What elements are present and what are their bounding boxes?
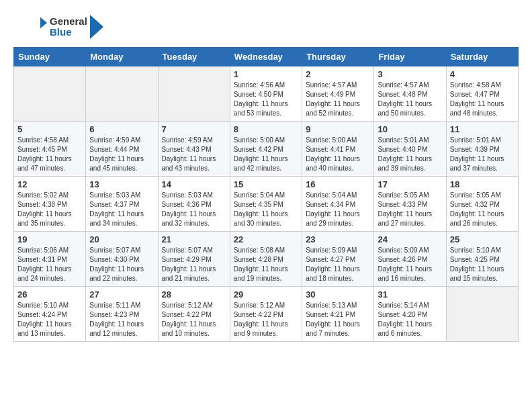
day-info: Sunrise: 5:01 AM Sunset: 4:40 PM Dayligh… bbox=[378, 136, 442, 173]
calendar-cell: 31Sunrise: 5:14 AM Sunset: 4:20 PM Dayli… bbox=[374, 287, 446, 342]
calendar-cell bbox=[158, 66, 230, 122]
calendar-cell: 16Sunrise: 5:04 AM Sunset: 4:34 PM Dayli… bbox=[302, 177, 374, 232]
calendar-cell: 13Sunrise: 5:03 AM Sunset: 4:37 PM Dayli… bbox=[86, 177, 158, 232]
calendar-cell: 29Sunrise: 5:12 AM Sunset: 4:22 PM Dayli… bbox=[230, 287, 302, 342]
day-info: Sunrise: 5:10 AM Sunset: 4:25 PM Dayligh… bbox=[450, 246, 515, 283]
logo-arrow-icon bbox=[90, 15, 103, 39]
day-info: Sunrise: 5:12 AM Sunset: 4:22 PM Dayligh… bbox=[234, 301, 298, 338]
day-info: Sunrise: 4:59 AM Sunset: 4:43 PM Dayligh… bbox=[162, 136, 226, 173]
day-info: Sunrise: 5:10 AM Sunset: 4:24 PM Dayligh… bbox=[17, 301, 82, 338]
day-info: Sunrise: 5:06 AM Sunset: 4:31 PM Dayligh… bbox=[17, 246, 82, 283]
day-info: Sunrise: 4:57 AM Sunset: 4:48 PM Dayligh… bbox=[378, 81, 442, 118]
svg-rect-1 bbox=[13, 13, 40, 40]
day-number: 31 bbox=[378, 289, 442, 300]
day-number: 17 bbox=[378, 179, 442, 189]
day-info: Sunrise: 5:12 AM Sunset: 4:22 PM Dayligh… bbox=[162, 301, 226, 338]
svg-marker-2 bbox=[90, 15, 103, 39]
logo-text: GeneralBlue bbox=[50, 16, 87, 38]
day-info: Sunrise: 5:05 AM Sunset: 4:33 PM Dayligh… bbox=[378, 191, 442, 228]
calendar-cell: 11Sunrise: 5:01 AM Sunset: 4:39 PM Dayli… bbox=[446, 122, 518, 177]
day-number: 14 bbox=[162, 179, 226, 189]
logo-general-text: General bbox=[50, 16, 87, 28]
day-info: Sunrise: 5:04 AM Sunset: 4:35 PM Dayligh… bbox=[234, 191, 298, 228]
calendar-week-row: 1Sunrise: 4:56 AM Sunset: 4:50 PM Daylig… bbox=[14, 66, 519, 122]
calendar-cell: 18Sunrise: 5:05 AM Sunset: 4:32 PM Dayli… bbox=[446, 177, 518, 232]
calendar-cell: 12Sunrise: 5:02 AM Sunset: 4:38 PM Dayli… bbox=[14, 177, 86, 232]
day-info: Sunrise: 5:04 AM Sunset: 4:34 PM Dayligh… bbox=[306, 191, 370, 228]
day-info: Sunrise: 4:57 AM Sunset: 4:49 PM Dayligh… bbox=[306, 81, 370, 118]
day-number: 12 bbox=[17, 179, 82, 189]
calendar-cell: 30Sunrise: 5:13 AM Sunset: 4:21 PM Dayli… bbox=[302, 287, 374, 342]
day-number: 1 bbox=[234, 69, 298, 79]
day-info: Sunrise: 4:58 AM Sunset: 4:47 PM Dayligh… bbox=[450, 81, 515, 118]
day-number: 22 bbox=[234, 234, 298, 244]
calendar-cell bbox=[86, 66, 158, 122]
page-header: GeneralBlue bbox=[13, 13, 519, 40]
calendar-cell: 7Sunrise: 4:59 AM Sunset: 4:43 PM Daylig… bbox=[158, 122, 230, 177]
calendar-cell: 28Sunrise: 5:12 AM Sunset: 4:22 PM Dayli… bbox=[158, 287, 230, 342]
day-info: Sunrise: 5:14 AM Sunset: 4:20 PM Dayligh… bbox=[378, 301, 442, 338]
calendar-week-row: 26Sunrise: 5:10 AM Sunset: 4:24 PM Dayli… bbox=[14, 287, 519, 342]
calendar-cell: 25Sunrise: 5:10 AM Sunset: 4:25 PM Dayli… bbox=[446, 232, 518, 287]
day-number: 11 bbox=[450, 124, 515, 134]
day-info: Sunrise: 5:01 AM Sunset: 4:39 PM Dayligh… bbox=[450, 136, 515, 173]
calendar-cell: 21Sunrise: 5:07 AM Sunset: 4:29 PM Dayli… bbox=[158, 232, 230, 287]
day-number: 18 bbox=[450, 179, 515, 189]
logo: GeneralBlue bbox=[13, 13, 103, 40]
day-number: 26 bbox=[17, 289, 82, 300]
day-number: 6 bbox=[89, 124, 154, 134]
calendar-week-row: 12Sunrise: 5:02 AM Sunset: 4:38 PM Dayli… bbox=[14, 177, 519, 232]
day-number: 7 bbox=[162, 124, 226, 134]
day-info: Sunrise: 5:07 AM Sunset: 4:30 PM Dayligh… bbox=[89, 246, 154, 283]
day-number: 24 bbox=[378, 234, 442, 244]
calendar-cell: 2Sunrise: 4:57 AM Sunset: 4:49 PM Daylig… bbox=[302, 66, 374, 122]
calendar-cell: 26Sunrise: 5:10 AM Sunset: 4:24 PM Dayli… bbox=[14, 287, 86, 342]
day-info: Sunrise: 5:08 AM Sunset: 4:28 PM Dayligh… bbox=[234, 246, 298, 283]
day-number: 30 bbox=[306, 289, 370, 300]
day-number: 2 bbox=[306, 69, 370, 79]
day-number: 4 bbox=[450, 69, 515, 79]
day-info: Sunrise: 5:09 AM Sunset: 4:27 PM Dayligh… bbox=[306, 246, 370, 283]
calendar-cell: 19Sunrise: 5:06 AM Sunset: 4:31 PM Dayli… bbox=[14, 232, 86, 287]
day-of-week-header: Tuesday bbox=[158, 48, 230, 66]
calendar-cell: 9Sunrise: 5:00 AM Sunset: 4:41 PM Daylig… bbox=[302, 122, 374, 177]
day-number: 19 bbox=[17, 234, 82, 244]
day-info: Sunrise: 5:07 AM Sunset: 4:29 PM Dayligh… bbox=[162, 246, 226, 283]
day-of-week-header: Friday bbox=[374, 48, 446, 66]
calendar-cell: 8Sunrise: 5:00 AM Sunset: 4:42 PM Daylig… bbox=[230, 122, 302, 177]
day-number: 9 bbox=[306, 124, 370, 134]
day-info: Sunrise: 5:02 AM Sunset: 4:38 PM Dayligh… bbox=[17, 191, 82, 228]
day-of-week-header: Sunday bbox=[14, 48, 86, 66]
calendar-cell: 24Sunrise: 5:09 AM Sunset: 4:26 PM Dayli… bbox=[374, 232, 446, 287]
calendar-cell bbox=[14, 66, 86, 122]
day-info: Sunrise: 5:00 AM Sunset: 4:41 PM Dayligh… bbox=[306, 136, 370, 173]
day-number: 29 bbox=[234, 289, 298, 300]
day-info: Sunrise: 4:59 AM Sunset: 4:44 PM Dayligh… bbox=[89, 136, 154, 173]
day-info: Sunrise: 5:05 AM Sunset: 4:32 PM Dayligh… bbox=[450, 191, 515, 228]
calendar-week-row: 19Sunrise: 5:06 AM Sunset: 4:31 PM Dayli… bbox=[14, 232, 519, 287]
day-number: 28 bbox=[162, 289, 226, 300]
calendar-cell bbox=[446, 287, 518, 342]
day-number: 15 bbox=[234, 179, 298, 189]
calendar-week-row: 5Sunrise: 4:58 AM Sunset: 4:45 PM Daylig… bbox=[14, 122, 519, 177]
day-number: 20 bbox=[89, 234, 154, 244]
calendar-cell: 14Sunrise: 5:03 AM Sunset: 4:36 PM Dayli… bbox=[158, 177, 230, 232]
logo-icon bbox=[13, 13, 47, 40]
calendar-cell: 6Sunrise: 4:59 AM Sunset: 4:44 PM Daylig… bbox=[86, 122, 158, 177]
day-number: 8 bbox=[234, 124, 298, 134]
day-of-week-header: Thursday bbox=[302, 48, 374, 66]
day-info: Sunrise: 5:03 AM Sunset: 4:37 PM Dayligh… bbox=[89, 191, 154, 228]
day-info: Sunrise: 4:56 AM Sunset: 4:50 PM Dayligh… bbox=[234, 81, 298, 118]
calendar-cell: 3Sunrise: 4:57 AM Sunset: 4:48 PM Daylig… bbox=[374, 66, 446, 122]
day-of-week-header: Wednesday bbox=[230, 48, 302, 66]
day-number: 25 bbox=[450, 234, 515, 244]
day-info: Sunrise: 5:13 AM Sunset: 4:21 PM Dayligh… bbox=[306, 301, 370, 338]
calendar-cell: 1Sunrise: 4:56 AM Sunset: 4:50 PM Daylig… bbox=[230, 66, 302, 122]
day-info: Sunrise: 5:03 AM Sunset: 4:36 PM Dayligh… bbox=[162, 191, 226, 228]
calendar-cell: 15Sunrise: 5:04 AM Sunset: 4:35 PM Dayli… bbox=[230, 177, 302, 232]
calendar-cell: 27Sunrise: 5:11 AM Sunset: 4:23 PM Dayli… bbox=[86, 287, 158, 342]
calendar-table: SundayMondayTuesdayWednesdayThursdayFrid… bbox=[13, 47, 519, 342]
day-number: 5 bbox=[17, 124, 82, 134]
day-number: 3 bbox=[378, 69, 442, 79]
day-info: Sunrise: 5:11 AM Sunset: 4:23 PM Dayligh… bbox=[89, 301, 154, 338]
